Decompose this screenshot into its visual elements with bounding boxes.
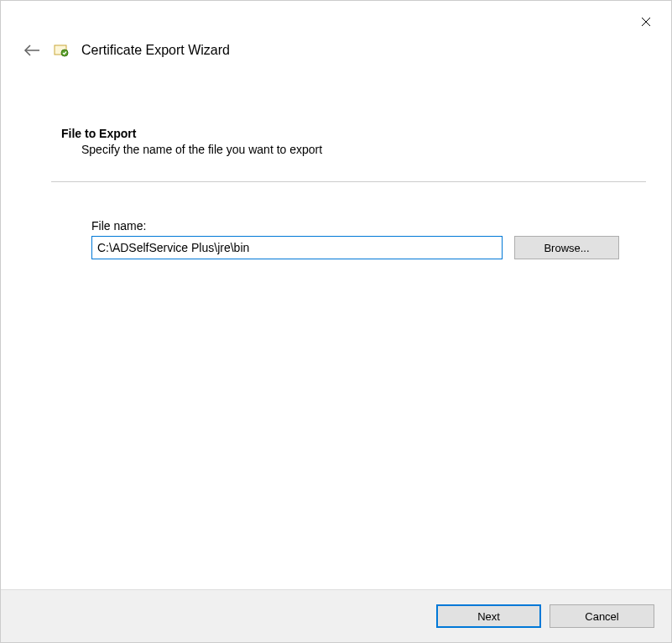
wizard-title: Certificate Export Wizard: [81, 43, 230, 58]
next-button[interactable]: Next: [436, 604, 541, 628]
section-title: File to Export: [61, 127, 641, 140]
filename-label: File name:: [91, 219, 641, 233]
close-icon: [641, 17, 651, 27]
certificate-icon: [53, 42, 70, 59]
footer: Next Cancel: [1, 589, 671, 642]
close-button[interactable]: [633, 9, 659, 34]
cancel-button[interactable]: Cancel: [550, 604, 654, 628]
content-area: File to Export Specify the name of the f…: [1, 60, 671, 259]
browse-button[interactable]: Browse...: [514, 236, 619, 259]
filename-row: Browse...: [91, 236, 641, 259]
form-area: File name: Browse...: [61, 182, 641, 259]
section-description: Specify the name of the file you want to…: [61, 143, 641, 156]
wizard-header: Certificate Export Wizard: [1, 1, 671, 60]
back-button[interactable]: [23, 41, 41, 60]
back-arrow-icon: [23, 44, 40, 56]
filename-input[interactable]: [91, 236, 503, 259]
